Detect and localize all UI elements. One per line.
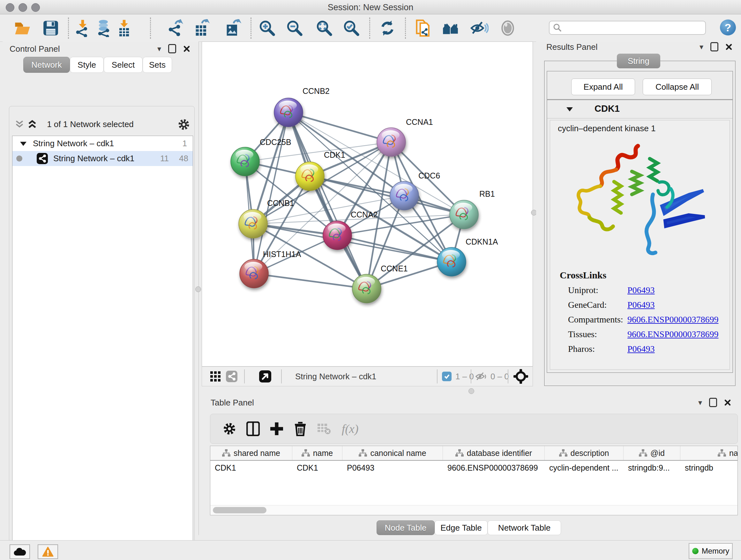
- import-network-file-icon[interactable]: [73, 19, 92, 37]
- tab-network[interactable]: Network: [23, 57, 70, 73]
- tab-style[interactable]: Style: [70, 57, 104, 73]
- node-cdc6[interactable]: [390, 181, 419, 210]
- import-network-database-icon[interactable]: [95, 19, 113, 37]
- crosslink-link[interactable]: P06493: [627, 344, 655, 354]
- tab-edge-table[interactable]: Edge Table: [434, 520, 488, 535]
- collapse-panel-icon[interactable]: ▾: [698, 399, 702, 407]
- close-panel-icon[interactable]: [183, 45, 190, 52]
- node-table[interactable]: shared namenamecanonical namedatabase id…: [210, 446, 738, 515]
- column-header-name[interactable]: name: [292, 446, 342, 460]
- crosslink-link[interactable]: P06493: [627, 285, 655, 295]
- table-cell[interactable]: P06493: [342, 461, 443, 475]
- network-row-selected[interactable]: String Network – cdk1 11 48: [12, 151, 193, 166]
- collapse-panel-icon[interactable]: ▾: [157, 45, 161, 53]
- help-icon[interactable]: ?: [720, 19, 736, 36]
- table-cell[interactable]: stringdb:9...: [623, 461, 680, 475]
- column-header-namespace[interactable]: namespace: [680, 446, 738, 460]
- collapse-all-button[interactable]: Collapse All: [643, 78, 712, 95]
- table-cell[interactable]: CDK1: [292, 461, 342, 475]
- node-hist1h1a[interactable]: [240, 259, 268, 288]
- add-column-icon[interactable]: [267, 414, 286, 443]
- export-table-icon[interactable]: [193, 19, 211, 37]
- tab-network-table[interactable]: Network Table: [488, 520, 561, 535]
- edge-ccnb2-ccna1[interactable]: [288, 112, 391, 142]
- tab-sets[interactable]: Sets: [143, 57, 172, 73]
- cloud-icon[interactable]: [10, 544, 30, 559]
- open-in-window-icon[interactable]: [259, 367, 272, 386]
- column-header-description[interactable]: description: [545, 446, 623, 460]
- table-cell[interactable]: 9606.ENSP00000378699: [443, 461, 545, 475]
- column-header-canonical-name[interactable]: canonical name: [342, 446, 443, 460]
- bottom-splitter-handle[interactable]: [468, 388, 474, 394]
- open-session-icon[interactable]: [13, 19, 31, 37]
- gear-icon[interactable]: [178, 118, 190, 131]
- tree-expand-icon[interactable]: [19, 140, 27, 147]
- table-row[interactable]: CDK1CDK1P064939606.ENSP00000378699cyclin…: [210, 461, 738, 475]
- close-panel-icon[interactable]: [725, 44, 732, 51]
- node-ccne1[interactable]: [352, 274, 381, 303]
- copy-network-icon[interactable]: [414, 19, 433, 37]
- search-input[interactable]: [549, 21, 706, 35]
- delete-table-icon[interactable]: [314, 414, 333, 443]
- column-header-@id[interactable]: @id: [623, 446, 680, 460]
- warning-icon[interactable]: [38, 544, 58, 559]
- tab-string[interactable]: String: [617, 54, 660, 68]
- edge-ccna2-cdkn1a[interactable]: [337, 235, 452, 262]
- float-panel-icon[interactable]: [709, 398, 717, 407]
- node-cdkn1a[interactable]: [437, 247, 466, 276]
- left-splitter-handle[interactable]: [195, 287, 201, 292]
- table-gear-icon[interactable]: [220, 414, 239, 443]
- memory-button[interactable]: Memory: [689, 543, 733, 559]
- column-header-database-identifier[interactable]: database identifier: [443, 446, 545, 460]
- network-canvas[interactable]: CCNB2CCNA1CDC25BCDK1CDC6RB1CCNB1CCNA2CDK…: [202, 42, 533, 367]
- float-panel-icon[interactable]: [711, 42, 718, 51]
- node-ccnb2[interactable]: [274, 98, 303, 127]
- node-ccna2[interactable]: [323, 221, 352, 250]
- table-cell[interactable]: CDK1: [210, 461, 292, 475]
- node-ccnb1[interactable]: [239, 209, 267, 238]
- string-home-icon[interactable]: [442, 19, 460, 37]
- scrollbar-thumb[interactable]: [213, 507, 266, 513]
- zoom-fit-icon[interactable]: [315, 19, 333, 37]
- edge-ccnb2-ccne1[interactable]: [288, 112, 367, 289]
- delete-column-icon[interactable]: [291, 414, 310, 443]
- column-header-shared-name[interactable]: shared name: [210, 446, 292, 460]
- table-cell[interactable]: stringdb: [680, 461, 738, 475]
- save-session-icon[interactable]: [42, 19, 60, 37]
- selected-checkbox-icon[interactable]: [442, 372, 452, 381]
- edge-hist1h1a-ccne1[interactable]: [254, 273, 367, 289]
- show-columns-icon[interactable]: [244, 414, 263, 443]
- export-image-icon[interactable]: [224, 19, 242, 37]
- gene-section-header[interactable]: CDK1: [547, 100, 732, 118]
- horizontal-scrollbar[interactable]: [210, 505, 738, 515]
- grid-view-icon[interactable]: [210, 367, 221, 386]
- crosslink-link[interactable]: 9606.ENSP00000378699: [627, 314, 718, 325]
- gray-orb-icon[interactable]: [498, 19, 517, 37]
- node-ccna1[interactable]: [377, 128, 406, 157]
- refresh-icon[interactable]: [378, 19, 397, 37]
- hidden-eye-icon[interactable]: [475, 371, 487, 381]
- hide-glass-eye-icon[interactable]: [470, 19, 488, 37]
- export-network-icon[interactable]: [167, 19, 185, 37]
- import-table-icon[interactable]: [115, 19, 133, 37]
- expand-all-button[interactable]: Expand All: [571, 78, 635, 95]
- float-panel-icon[interactable]: [168, 44, 176, 53]
- close-panel-icon[interactable]: [724, 399, 731, 406]
- node-rb1[interactable]: [450, 200, 478, 229]
- zoom-selected-icon[interactable]: [342, 19, 360, 37]
- collapse-panel-icon[interactable]: ▾: [699, 43, 703, 51]
- function-builder-icon[interactable]: f(x): [337, 414, 363, 443]
- zoom-in-icon[interactable]: [258, 19, 276, 37]
- section-collapse-icon[interactable]: [566, 106, 574, 112]
- birdseye-view-icon[interactable]: [514, 367, 528, 386]
- zoom-out-icon[interactable]: [285, 19, 304, 37]
- tab-select[interactable]: Select: [104, 57, 143, 73]
- node-cdk1[interactable]: [295, 162, 324, 191]
- network-collection-row[interactable]: String Network – cdk1 1: [12, 136, 193, 151]
- crosslink-link[interactable]: 9606.ENSP00000378699: [627, 329, 718, 339]
- string-network-graph[interactable]: CCNB2CCNA1CDC25BCDK1CDC6RB1CCNB1CCNA2CDK…: [202, 42, 533, 366]
- node-cdc25b[interactable]: [231, 147, 259, 176]
- table-cell[interactable]: cyclin-dependent ...: [545, 461, 623, 475]
- network-share-view-icon[interactable]: [226, 367, 238, 386]
- tab-node-table[interactable]: Node Table: [377, 520, 434, 535]
